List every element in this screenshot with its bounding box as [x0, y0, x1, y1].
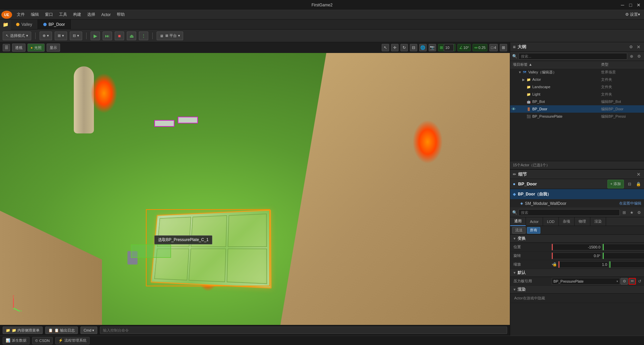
csdn-button[interactable]: © CSDN [32, 337, 53, 344]
close-button[interactable]: ✕ [636, 2, 641, 8]
tab-render[interactable]: 渲染 [590, 217, 606, 226]
window-controls: ─ □ ✕ [620, 2, 641, 8]
scale-x-input[interactable] [558, 261, 609, 268]
output-log-button[interactable]: 📋 📋 输出日志 [45, 327, 78, 334]
tab-physics[interactable]: 物理 [575, 217, 590, 226]
position-x-input[interactable] [552, 244, 602, 250]
tree-row-actor[interactable]: ▶ 📁 Actor 文件夹 [510, 76, 644, 83]
world-icon[interactable]: 🌐 [419, 44, 427, 51]
tree-trunk [74, 66, 94, 133]
details-title: 细节 [518, 171, 634, 177]
light-type: 文件夹 [601, 92, 641, 97]
add-actor-button[interactable]: ⊕ ▾ [40, 32, 52, 40]
tab-misc[interactable]: 杂项 [559, 217, 575, 226]
maximize-button[interactable]: □ [628, 2, 633, 8]
viewport-container[interactable]: ☰ 透视 ● 光照 显示 ↖ ✛ ↻ ⊟ 🌐 📷 ⊞ ∠ [0, 42, 510, 336]
tree-row-landscape[interactable]: 📁 Landscape 文件夹 [510, 83, 644, 91]
show-button[interactable]: 显示 [47, 44, 60, 52]
outline-tree: 项目标签 ▲ 类型 ▼ 🗺 Valley（编辑器） 世界场景 ▶ 📁 Actor [510, 61, 644, 161]
outline-panel-header: ≡ 大纲 ⚙ ✕ [510, 42, 644, 52]
menu-select[interactable]: 选择 [85, 11, 98, 18]
viewport-menu-button[interactable]: ☰ [3, 44, 10, 51]
details-options-icon[interactable]: ⊟ [627, 181, 633, 187]
rotate-tool-icon[interactable]: ↻ [400, 44, 408, 51]
cmd-button[interactable]: Cmd ▾ [80, 327, 97, 334]
outline-add-icon[interactable]: ⊕ [629, 53, 635, 59]
stop-button[interactable]: ■ [115, 32, 124, 40]
tree-row-bp-bot[interactable]: 🤖 BP_Bot 编辑BP_Bot [510, 98, 644, 105]
outline-settings-icon[interactable]: ⚙ [628, 44, 634, 50]
tree-row-bp-door[interactable]: 👁 🚪 BP_Door 编辑BP_Door [510, 105, 644, 113]
pressure-plate-dropdown[interactable]: BP_PressurePlate ▾ [552, 278, 620, 285]
menu-file[interactable]: 文件 [14, 11, 28, 18]
axis-svg: Z Y [5, 295, 22, 311]
skip-forward-button[interactable]: ⏭ [103, 32, 112, 40]
position-y-input[interactable] [603, 244, 644, 250]
outline-filter-icon[interactable]: ⚙ [636, 53, 642, 59]
component-name-label: SM_Modular_WallDoor [525, 201, 617, 206]
platform-button[interactable]: 🖥 🖥 平台 ▾ [157, 32, 183, 40]
menu-actor[interactable]: Actor [99, 12, 113, 18]
visibility-eye-icon[interactable]: 👁 [512, 107, 516, 112]
tab-bp-door[interactable]: BP_Door [38, 19, 71, 30]
select-tool-icon[interactable]: ↖ [382, 44, 389, 51]
tab-lod[interactable]: LOD [543, 217, 559, 226]
viewport-scene[interactable]: 选取BP_PressurePlate_C_1 Z Y [0, 53, 510, 325]
snap-to-surface-icon[interactable]: ⊟ [410, 44, 417, 51]
content-sidebar-button[interactable]: 📁 📁 内容侧滑菜单 [3, 327, 43, 334]
pressure-edit-button[interactable]: ✏ [629, 278, 636, 285]
perspective-mode-button[interactable]: 透视 [12, 44, 25, 52]
menu-window[interactable]: 窗口 [42, 11, 56, 18]
content-browser-btn[interactable]: 📁 [0, 19, 11, 30]
play-button[interactable]: ▶ [91, 32, 100, 40]
viewport-options-icon[interactable]: ⊞ [500, 44, 507, 51]
pressure-reset-button[interactable]: ↺ [637, 278, 643, 284]
rotation-y-input[interactable] [603, 252, 644, 259]
add-component-button[interactable]: + 添加 [607, 180, 624, 188]
menu-edit[interactable]: 编辑 [28, 11, 42, 18]
tab-general[interactable]: 通用 [510, 217, 526, 226]
rotation-x-input[interactable] [552, 252, 602, 259]
menu-help[interactable]: 帮助 [114, 11, 127, 18]
lighting-button[interactable]: ● 光照 [28, 44, 45, 52]
details-view-toggle-icon[interactable]: ⊞ [621, 210, 627, 216]
tree-row-bp-pressure[interactable]: ⬛ BP_PressurePlate 编辑BP_Pressi [510, 113, 644, 120]
grid-size-input[interactable] [444, 44, 454, 51]
transform-section-header[interactable]: ▼ 变换 [510, 235, 644, 243]
menu-tools[interactable]: 工具 [56, 11, 70, 18]
workflow-button[interactable]: ⚡ 流程管理系统 [55, 337, 90, 344]
outline-search-input[interactable] [519, 53, 627, 60]
eject-button[interactable]: ⏏ [127, 32, 136, 40]
details-search-input[interactable] [519, 209, 620, 216]
move-tool-icon[interactable]: ✛ [391, 44, 398, 51]
select-mode-button[interactable]: ↖ 选择模式 ▾ [3, 32, 31, 40]
viewport-layout-button[interactable]: ⊟ ▾ [70, 32, 82, 40]
snap-button[interactable]: ⊞ ▾ [55, 32, 67, 40]
camera-speed-icon[interactable]: 📷 [429, 44, 436, 51]
details-gear-icon[interactable]: ⚙ [636, 210, 642, 216]
tree-row-valley[interactable]: ▼ 🗺 Valley（编辑器） 世界场景 [510, 68, 644, 76]
pressure-pick-button[interactable]: ⊙ [621, 278, 628, 285]
details-more-icon[interactable]: 🔒 [635, 181, 641, 187]
minimize-button[interactable]: ─ [620, 2, 625, 8]
subtab-streaming[interactable]: 流送 [512, 227, 526, 234]
app-logo[interactable]: UE [1, 11, 12, 19]
subtab-all[interactable]: 所有 [527, 227, 540, 234]
more-play-button[interactable]: ⋮ [139, 32, 148, 40]
rendering-section-header[interactable]: ▼ 渲染 [510, 286, 644, 294]
settings-menu[interactable]: ⚙ 设置▾ [623, 11, 643, 18]
bot-actor-icon: 🤖 [526, 99, 531, 104]
console-input[interactable] [100, 327, 507, 334]
scale-y-input[interactable] [609, 261, 644, 268]
tree-row-light[interactable]: 📁 Light 文件夹 [510, 91, 644, 98]
menu-build[interactable]: 构建 [70, 11, 84, 18]
derived-data-button[interactable]: 📊 派生数据 [3, 337, 30, 344]
edit-in-blueprint-link[interactable]: 在蓝图中编辑 [619, 201, 641, 206]
tab-actor[interactable]: Actor [526, 217, 543, 226]
default-section-header[interactable]: ▼ 默认 [510, 269, 644, 277]
details-close-button[interactable]: ✕ [636, 172, 641, 177]
tab-valley[interactable]: Valley [11, 19, 38, 30]
outline-close-button[interactable]: ✕ [636, 44, 641, 50]
details-star-icon[interactable]: ★ [629, 210, 635, 216]
scale-lock-icon[interactable]: 🔒 [552, 262, 557, 267]
